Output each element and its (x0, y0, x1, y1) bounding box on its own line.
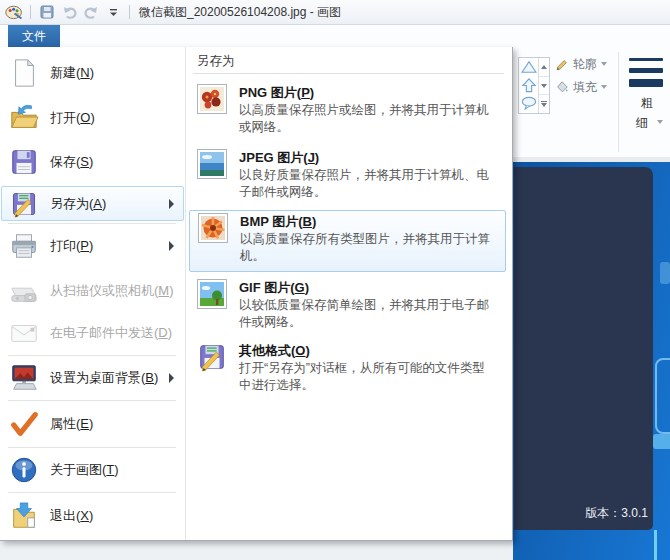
menu-item-set-desktop-background[interactable]: 设置为桌面背景(B) (2, 356, 183, 399)
submenu-item-png[interactable]: PNG 图片(P) 以高质量保存照片或绘图，并将其用于计算机或网络。 (189, 82, 504, 142)
save-as-icon (8, 190, 40, 218)
bmp-thumbnail-icon (198, 213, 228, 247)
pencil-icon (555, 57, 569, 71)
menu-item-label: 新建(N) (50, 64, 94, 82)
submenu-item-description: 以较低质量保存简单绘图，并将其用于电子邮件或网络。 (239, 297, 497, 331)
png-thumbnail-icon (197, 84, 227, 118)
menu-item-save-as[interactable]: 另存为(A) (1, 186, 184, 221)
triangle-shape-icon[interactable] (519, 58, 538, 76)
submenu-item-title: JPEG 图片(J) (239, 149, 319, 167)
menu-item-print[interactable]: 打印(P) (2, 224, 183, 268)
undo-icon[interactable] (60, 3, 78, 21)
submenu-arrow-icon (169, 199, 174, 209)
submenu-item-gif[interactable]: GIF 图片(G) 以较低质量保存简单绘图，并将其用于电子邮件或网络。 (189, 277, 504, 337)
exit-icon (8, 501, 40, 531)
menu-item-label: 保存(S) (50, 153, 93, 171)
submenu-arrow-icon (169, 373, 174, 383)
gallery-more-icon[interactable] (539, 95, 549, 113)
checkmark-icon (8, 409, 40, 439)
menu-item-label: 从扫描仪或照相机(M) (50, 282, 174, 300)
submenu-header-separator (193, 73, 504, 74)
paint-logo[interactable] (5, 3, 23, 21)
chevron-down-icon (657, 120, 663, 124)
qat-separator (129, 5, 130, 19)
callout-shape-icon[interactable] (519, 94, 538, 112)
info-icon (8, 455, 40, 485)
save-floppy-icon (8, 147, 40, 177)
status-bar (0, 541, 513, 560)
gif-thumbnail-icon (197, 279, 227, 313)
file-menu-panel: 新建(N) 打开(O) (0, 47, 513, 541)
submenu-item-title: GIF 图片(G) (239, 279, 309, 297)
printer-icon (8, 231, 40, 261)
menu-item-label: 打印(P) (50, 237, 93, 255)
desktop-background-icon (8, 363, 40, 393)
image-detail (660, 262, 670, 284)
fill-label: 填充 (573, 79, 597, 96)
email-icon (8, 318, 40, 348)
image-detail (653, 434, 670, 449)
save-as-icon (197, 342, 227, 376)
paint-bucket-icon (555, 80, 569, 94)
submenu-item-title: 其他格式(O) (239, 342, 310, 360)
outline-label: 轮廓 (573, 56, 597, 73)
submenu-item-description: 打开“另存为”对话框，从所有可能的文件类型中进行选择。 (239, 360, 497, 394)
shapes-gallery (518, 57, 550, 114)
size-button[interactable]: 粗 细 (625, 55, 669, 153)
menu-item-label: 退出(X) (50, 507, 93, 525)
arrow-shape-icon[interactable] (519, 76, 538, 94)
menu-item-label: 设置为桌面背景(B) (50, 369, 158, 387)
gallery-scroll-up-icon[interactable] (539, 58, 549, 77)
menu-item-label: 另存为(A) (50, 195, 106, 213)
qat-dropdown-icon[interactable] (104, 3, 122, 21)
submenu-item-description: 以高质量保存照片或绘图，并将其用于计算机或网络。 (239, 102, 497, 136)
submenu-item-bmp[interactable]: BMP 图片(B) 以高质量保存所有类型图片，并将其用于计算机。 (189, 210, 506, 272)
menu-item-properties[interactable]: 属性(E) (2, 401, 183, 446)
menu-item-label: 属性(E) (50, 415, 93, 433)
redo-icon[interactable] (82, 3, 100, 21)
menu-item-new[interactable]: 新建(N) (2, 50, 183, 95)
open-folder-icon (8, 103, 40, 133)
menu-item-send-email: 在电子邮件中发送(D) (2, 312, 183, 354)
jpeg-thumbnail-icon (197, 149, 227, 183)
shapes-gallery-scrollbar (538, 58, 549, 113)
titlebar: 微信截图_20200526104208.jpg - 画图 (0, 0, 670, 25)
menu-item-label: 在电子邮件中发送(D) (50, 324, 172, 342)
line-thin-icon (629, 58, 663, 61)
submenu-item-description: 以良好质量保存照片，并将其用于计算机、电子邮件或网络。 (239, 167, 497, 201)
submenu-item-description: 以高质量保存所有类型图片，并将其用于计算机。 (240, 231, 498, 265)
qat-separator (30, 5, 31, 19)
save-icon[interactable] (38, 3, 56, 21)
submenu-item-other-formats[interactable]: 其他格式(O) 打开“另存为”对话框，从所有可能的文件类型中进行选择。 (189, 340, 504, 400)
quick-access-toolbar (0, 3, 133, 21)
tab-file[interactable]: 文件 (8, 25, 60, 47)
image-dark-panel (514, 167, 653, 530)
menu-item-exit[interactable]: 退出(X) (2, 493, 183, 538)
image-detail (654, 530, 657, 560)
chevron-down-icon (601, 85, 607, 89)
submenu-arrow-icon (169, 241, 174, 251)
menu-item-about[interactable]: 关于画图(T) (2, 448, 183, 491)
gallery-scroll-down-icon[interactable] (539, 77, 549, 96)
ribbon-shapes-group: 轮廓 填充 粗 细 (513, 25, 670, 157)
canvas-surface[interactable]: 版本：3.0.1 (513, 162, 670, 560)
outline-button[interactable]: 轮廓 (555, 55, 607, 73)
scanner-camera-icon (8, 276, 40, 306)
submenu-item-title: BMP 图片(B) (240, 213, 316, 231)
chevron-down-icon (601, 62, 607, 66)
size-label-top: 粗 (625, 95, 669, 112)
submenu-item-jpeg[interactable]: JPEG 图片(J) 以良好质量保存照片，并将其用于计算机、电子邮件或网络。 (189, 147, 504, 207)
window-title: 微信截图_20200526104208.jpg - 画图 (139, 4, 341, 21)
line-thick-icon (629, 79, 663, 87)
menu-item-open[interactable]: 打开(O) (2, 95, 183, 140)
save-as-submenu: 另存为 PNG 图片(P) 以高质量保存照片或绘图，并将其用于计算机或网络。 (185, 47, 512, 540)
submenu-header: 另存为 (197, 53, 235, 70)
version-text: 版本：3.0.1 (585, 505, 648, 522)
submenu-item-title: PNG 图片(P) (239, 84, 314, 102)
fill-button[interactable]: 填充 (555, 78, 607, 96)
menu-item-label: 打开(O) (50, 109, 95, 127)
new-document-icon (8, 58, 40, 88)
menu-item-label: 关于画图(T) (50, 461, 119, 479)
menu-item-save[interactable]: 保存(S) (2, 140, 183, 184)
ribbon-group-separator (618, 52, 619, 152)
